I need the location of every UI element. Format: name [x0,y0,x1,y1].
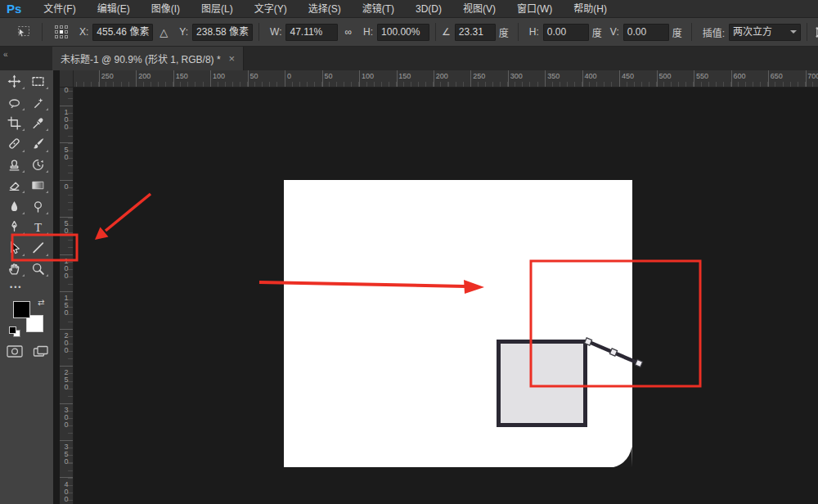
document-tab[interactable]: 未标题-1 @ 90.9% (形状 1, RGB/8) * × [52,47,244,70]
width-label: W: [270,26,281,38]
rectangular-marquee-tool[interactable] [26,71,50,92]
width-field[interactable]: 47.11% [285,24,338,41]
chevron-down-icon [790,30,797,34]
eyedropper-tool[interactable] [26,113,50,133]
ruler-label: 350 [62,443,70,465]
ruler-label: 300 [62,406,70,428]
gradient-tool[interactable] [26,175,50,196]
document-tab-title: 未标题-1 @ 90.9% (形状 1, RGB/8) * [61,52,221,65]
quick-selection-tool[interactable] [26,92,50,112]
brush-tool[interactable] [26,133,50,154]
hand-tool[interactable] [2,259,26,279]
tools-grid: T [2,71,50,279]
dodge-tool[interactable] [26,196,50,216]
free-transform-tool-icon [15,25,31,39]
ruler-label: 600 [733,72,745,80]
v-skew-field[interactable]: 0.00 [623,24,669,41]
lasso-tool[interactable] [2,92,26,112]
menu-item[interactable]: 视图(V) [452,0,506,18]
interpolation-dropdown[interactable]: 两次立方 [729,24,801,41]
history-brush-tool[interactable] [26,155,50,175]
ruler-label: 150 [398,72,411,80]
ruler-label: 0 [62,182,70,190]
close-tab-icon[interactable]: × [229,52,236,65]
height-field[interactable]: 100.00% [377,24,429,41]
menu-item[interactable]: 3D(D) [405,0,452,18]
angle-unit: 度 [499,25,509,39]
type-tool[interactable]: T [26,217,50,237]
ruler-label: 400 [62,480,70,502]
menu-item[interactable]: 帮助(H) [563,0,618,18]
move-tool[interactable] [2,71,26,92]
photoshop-window: Ps 文件(F)编辑(E)图像(I)图层(L)文字(Y)选择(S)滤镜(T)3D… [0,0,818,504]
clone-stamp-tool[interactable] [2,155,26,175]
path-selection-tool[interactable] [2,237,26,258]
menu-item[interactable]: 窗口(W) [506,0,563,18]
maintain-aspect-ratio-icon[interactable]: ∞ [344,26,352,38]
ruler-label: 650 [771,72,783,80]
ruler-label: 700 [807,72,818,80]
spot-healing-brush-tool[interactable] [2,133,26,154]
collapse-panel-icon[interactable]: « [3,50,8,59]
ruler-label: 200 [436,72,448,80]
menu-item[interactable]: 文件(F) [33,0,86,18]
ruler-label: 150 [62,294,70,316]
menu-bar: Ps 文件(F)编辑(E)图像(I)图层(L)文字(Y)选择(S)滤镜(T)3D… [0,0,818,18]
ruler-label: 250 [101,72,114,80]
pen-tool[interactable] [2,217,26,237]
y-position-field[interactable]: 238.58 像素 [192,24,253,41]
rotate-angle-icon: ∠ [442,26,451,38]
ruler-label: 150 [62,88,70,93]
ruler-label: 50 [62,146,70,160]
screen-mode-icon[interactable] [33,345,49,362]
menu-item[interactable]: 滤镜(T) [352,0,405,18]
ruler-label: 0 [287,72,291,80]
blur-tool[interactable] [2,196,26,216]
eraser-tool[interactable] [2,175,26,196]
separator [518,23,519,41]
h-skew-unit: 度 [592,25,602,39]
ruler-horizontal: 2502001501005005010015020025030035040045… [74,70,818,88]
ruler-label: 50 [250,72,258,80]
warp-mode-icon[interactable] [813,25,818,39]
ruler-label: 100 [213,72,225,80]
swap-colors-icon[interactable]: ⇄ [38,298,44,307]
y-label: Y: [179,26,188,38]
quick-mask-icon[interactable] [7,345,23,361]
ruler-corner [60,70,74,88]
square-shape[interactable] [497,340,587,427]
x-position-field[interactable]: 455.46 像素 [92,24,153,41]
default-colors-icon[interactable] [9,326,20,336]
menu-item[interactable]: 图层(L) [191,0,244,18]
v-skew-label: V: [610,26,619,38]
crop-tool[interactable] [2,113,26,133]
options-bar: X: 455.46 像素 △ Y: 238.58 像素 W: 47.11% ∞ … [0,18,818,47]
v-skew-unit: 度 [672,25,682,39]
h-skew-field[interactable]: 0.00 [543,24,589,41]
edit-toolbar-icon[interactable]: ••• [10,283,22,291]
ruler-label: 100 [362,72,374,80]
h-skew-label: H: [529,26,539,38]
ruler-label: 100 [62,257,70,279]
reference-point-locator[interactable] [55,25,68,38]
zoom-tool[interactable] [26,259,50,279]
menu-item[interactable]: 选择(S) [298,0,352,18]
line-tool[interactable] [26,237,50,258]
relative-positioning-icon[interactable]: △ [160,26,168,38]
foreground-color-swatch[interactable] [13,301,30,318]
separator [42,23,43,41]
ruler-label: 50 [62,219,70,234]
ruler-label: 100 [62,108,70,130]
ruler-label: 200 [138,72,151,80]
ruler-label: 500 [659,72,672,80]
rotation-angle-field[interactable]: 23.31 [455,24,496,41]
ruler-label: 350 [547,72,560,80]
ruler-label: 50 [324,72,332,80]
pasteboard[interactable] [74,88,818,504]
menu-item[interactable]: 图像(I) [141,0,191,18]
menu-item[interactable]: 编辑(E) [87,0,141,18]
x-label: X: [79,26,88,38]
interpolation-label: 插值: [703,25,725,39]
menu-item[interactable]: 文字(Y) [244,0,298,18]
ruler-label: 300 [510,72,523,80]
